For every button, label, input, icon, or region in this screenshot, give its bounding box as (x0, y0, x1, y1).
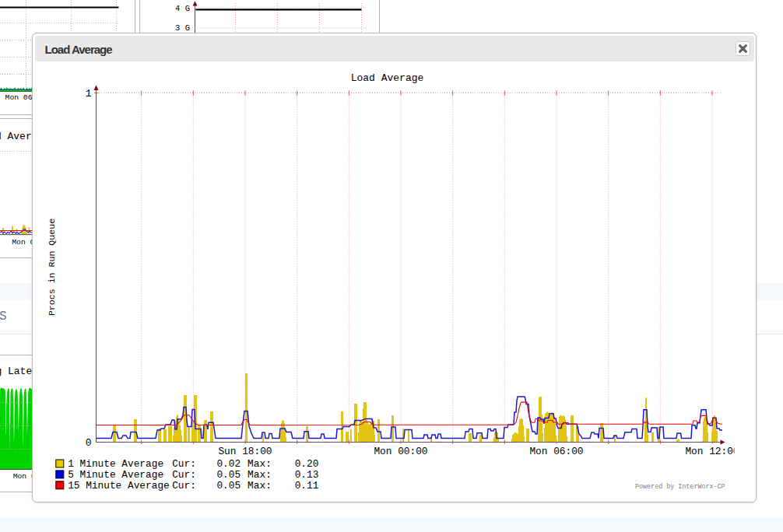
svg-text:Max:: Max: (248, 480, 272, 492)
svg-text:Mon 00:00: Mon 00:00 (374, 446, 427, 457)
svg-text:Max:: Max: (248, 469, 272, 481)
svg-text:0.11: 0.11 (295, 480, 319, 492)
svg-text:Cur:: Cur: (172, 469, 196, 481)
svg-text:1: 1 (86, 88, 92, 100)
svg-text:0.05: 0.05 (216, 480, 241, 492)
svg-text:0.05: 0.05 (216, 469, 241, 481)
svg-text:Cur:: Cur: (172, 480, 196, 492)
svg-text:0.20: 0.20 (295, 458, 319, 470)
svg-text:Powered by InterWorx-CP: Powered by InterWorx-CP (635, 483, 725, 491)
svg-text:15 Minute Average: 15 Minute Average (68, 480, 170, 492)
svg-text:1 Minute Average: 1 Minute Average (68, 458, 163, 470)
svg-text:0: 0 (86, 437, 92, 449)
svg-text:0.13: 0.13 (295, 469, 319, 481)
svg-text:5 Minute Average: 5 Minute Average (68, 469, 163, 481)
svg-text:Max:: Max: (248, 458, 272, 470)
svg-text:Cur:: Cur: (172, 458, 196, 470)
svg-text:Sun 18:00: Sun 18:00 (218, 446, 272, 457)
svg-text:Load Average: Load Average (351, 72, 424, 84)
svg-text:Procs in Run Queue: Procs in Run Queue (47, 219, 57, 316)
svg-text:Mon 12:00: Mon 12:00 (685, 446, 739, 457)
svg-text:Mon 06:00: Mon 06:00 (529, 446, 583, 457)
svg-text:0.02: 0.02 (216, 458, 241, 470)
